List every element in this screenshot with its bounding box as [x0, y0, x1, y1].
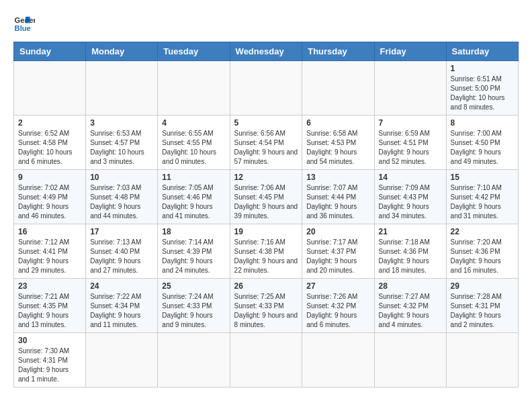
calendar-cell: 12Sunrise: 7:06 AM Sunset: 4:45 PM Dayli…: [230, 170, 302, 224]
weekday-header-wednesday: Wednesday: [230, 42, 302, 61]
calendar-week-4: 16Sunrise: 7:12 AM Sunset: 4:41 PM Dayli…: [14, 224, 519, 279]
day-number: 16: [18, 227, 81, 236]
calendar-cell: 3Sunrise: 6:53 AM Sunset: 4:57 PM Daylig…: [86, 116, 158, 170]
calendar-header: SundayMondayTuesdayWednesdayThursdayFrid…: [14, 42, 519, 61]
calendar-cell: [302, 61, 374, 116]
weekday-header-monday: Monday: [86, 42, 158, 61]
day-number: 10: [90, 173, 153, 182]
calendar-cell: [374, 61, 446, 116]
day-info: Sunrise: 6:58 AM Sunset: 4:53 PM Dayligh…: [306, 129, 369, 167]
day-number: 9: [18, 173, 81, 182]
calendar-cell: [158, 333, 230, 387]
svg-text:General: General: [15, 16, 35, 24]
calendar-cell: [230, 61, 302, 116]
calendar-cell: [302, 333, 374, 387]
calendar-cell: 24Sunrise: 7:22 AM Sunset: 4:34 PM Dayli…: [86, 279, 158, 333]
calendar-cell: 6Sunrise: 6:58 AM Sunset: 4:53 PM Daylig…: [302, 116, 374, 170]
calendar-cell: 13Sunrise: 7:07 AM Sunset: 4:44 PM Dayli…: [302, 170, 374, 224]
svg-text:Blue: Blue: [15, 24, 31, 32]
weekday-header-sunday: Sunday: [14, 42, 86, 61]
day-info: Sunrise: 6:53 AM Sunset: 4:57 PM Dayligh…: [90, 129, 153, 167]
day-number: 24: [90, 281, 153, 291]
calendar-cell: 18Sunrise: 7:14 AM Sunset: 4:39 PM Dayli…: [158, 224, 230, 279]
day-info: Sunrise: 7:05 AM Sunset: 4:46 PM Dayligh…: [162, 183, 225, 221]
day-info: Sunrise: 7:26 AM Sunset: 4:32 PM Dayligh…: [306, 292, 369, 330]
weekday-header-thursday: Thursday: [302, 42, 374, 61]
calendar-cell: 17Sunrise: 7:13 AM Sunset: 4:40 PM Dayli…: [86, 224, 158, 279]
day-info: Sunrise: 6:59 AM Sunset: 4:51 PM Dayligh…: [379, 129, 442, 167]
calendar-cell: 14Sunrise: 7:09 AM Sunset: 4:43 PM Dayli…: [374, 170, 446, 224]
day-info: Sunrise: 6:51 AM Sunset: 5:00 PM Dayligh…: [451, 75, 514, 112]
day-info: Sunrise: 7:13 AM Sunset: 4:40 PM Dayligh…: [90, 238, 153, 275]
day-info: Sunrise: 7:18 AM Sunset: 4:36 PM Dayligh…: [379, 238, 442, 275]
logo-icon: General Blue: [13, 13, 35, 35]
calendar-cell: 23Sunrise: 7:21 AM Sunset: 4:35 PM Dayli…: [14, 279, 86, 333]
day-info: Sunrise: 7:21 AM Sunset: 4:35 PM Dayligh…: [18, 292, 81, 330]
day-info: Sunrise: 7:17 AM Sunset: 4:37 PM Dayligh…: [306, 238, 369, 275]
calendar-cell: 16Sunrise: 7:12 AM Sunset: 4:41 PM Dayli…: [14, 224, 86, 279]
day-number: 18: [162, 227, 225, 236]
day-number: 29: [451, 281, 514, 291]
calendar-cell: 9Sunrise: 7:02 AM Sunset: 4:49 PM Daylig…: [14, 170, 86, 224]
calendar-cell: 11Sunrise: 7:05 AM Sunset: 4:46 PM Dayli…: [158, 170, 230, 224]
calendar-week-5: 23Sunrise: 7:21 AM Sunset: 4:35 PM Dayli…: [14, 279, 519, 333]
logo: General Blue: [13, 13, 38, 35]
calendar-cell: 15Sunrise: 7:10 AM Sunset: 4:42 PM Dayli…: [446, 170, 518, 224]
day-info: Sunrise: 6:56 AM Sunset: 4:54 PM Dayligh…: [234, 129, 298, 167]
day-number: 17: [90, 227, 153, 236]
day-number: 15: [451, 173, 514, 182]
calendar-cell: [158, 61, 230, 116]
day-number: 22: [451, 227, 514, 236]
day-number: 23: [18, 281, 81, 291]
calendar: SundayMondayTuesdayWednesdayThursdayFrid…: [13, 42, 519, 387]
calendar-cell: 1Sunrise: 6:51 AM Sunset: 5:00 PM Daylig…: [446, 61, 518, 116]
header: General Blue: [13, 13, 519, 35]
calendar-cell: [86, 333, 158, 387]
day-number: 11: [162, 173, 225, 182]
day-info: Sunrise: 7:28 AM Sunset: 4:31 PM Dayligh…: [451, 292, 514, 330]
day-number: 4: [162, 118, 225, 128]
day-number: 3: [90, 118, 153, 128]
day-number: 12: [234, 173, 298, 182]
calendar-body: 1Sunrise: 6:51 AM Sunset: 5:00 PM Daylig…: [14, 61, 519, 387]
day-number: 13: [306, 173, 369, 182]
day-info: Sunrise: 7:12 AM Sunset: 4:41 PM Dayligh…: [18, 238, 81, 275]
weekday-header-saturday: Saturday: [446, 42, 518, 61]
day-info: Sunrise: 7:02 AM Sunset: 4:49 PM Dayligh…: [18, 183, 81, 221]
day-info: Sunrise: 7:00 AM Sunset: 4:50 PM Dayligh…: [451, 129, 514, 167]
day-number: 25: [162, 281, 225, 291]
day-info: Sunrise: 7:16 AM Sunset: 4:38 PM Dayligh…: [234, 238, 298, 275]
day-info: Sunrise: 7:14 AM Sunset: 4:39 PM Dayligh…: [162, 238, 225, 275]
calendar-cell: 10Sunrise: 7:03 AM Sunset: 4:48 PM Dayli…: [86, 170, 158, 224]
calendar-cell: 20Sunrise: 7:17 AM Sunset: 4:37 PM Dayli…: [302, 224, 374, 279]
day-number: 26: [234, 281, 298, 291]
day-info: Sunrise: 6:52 AM Sunset: 4:58 PM Dayligh…: [18, 129, 81, 167]
day-number: 2: [18, 118, 81, 128]
calendar-cell: 26Sunrise: 7:25 AM Sunset: 4:33 PM Dayli…: [230, 279, 302, 333]
day-number: 30: [18, 336, 81, 345]
calendar-cell: 2Sunrise: 6:52 AM Sunset: 4:58 PM Daylig…: [14, 116, 86, 170]
calendar-cell: 8Sunrise: 7:00 AM Sunset: 4:50 PM Daylig…: [446, 116, 518, 170]
day-info: Sunrise: 7:07 AM Sunset: 4:44 PM Dayligh…: [306, 183, 369, 221]
day-number: 21: [379, 227, 442, 236]
calendar-week-3: 9Sunrise: 7:02 AM Sunset: 4:49 PM Daylig…: [14, 170, 519, 224]
calendar-cell: [374, 333, 446, 387]
weekday-row: SundayMondayTuesdayWednesdayThursdayFrid…: [14, 42, 519, 61]
day-info: Sunrise: 7:25 AM Sunset: 4:33 PM Dayligh…: [234, 292, 298, 330]
day-number: 1: [451, 64, 514, 73]
day-number: 14: [379, 173, 442, 182]
calendar-cell: 22Sunrise: 7:20 AM Sunset: 4:36 PM Dayli…: [446, 224, 518, 279]
day-info: Sunrise: 7:06 AM Sunset: 4:45 PM Dayligh…: [234, 183, 298, 221]
day-number: 7: [379, 118, 442, 128]
day-info: Sunrise: 7:03 AM Sunset: 4:48 PM Dayligh…: [90, 183, 153, 221]
calendar-cell: 30Sunrise: 7:30 AM Sunset: 4:31 PM Dayli…: [14, 333, 86, 387]
day-number: 6: [306, 118, 369, 128]
calendar-cell: 29Sunrise: 7:28 AM Sunset: 4:31 PM Dayli…: [446, 279, 518, 333]
calendar-cell: 27Sunrise: 7:26 AM Sunset: 4:32 PM Dayli…: [302, 279, 374, 333]
day-info: Sunrise: 7:10 AM Sunset: 4:42 PM Dayligh…: [451, 183, 514, 221]
calendar-cell: 5Sunrise: 6:56 AM Sunset: 4:54 PM Daylig…: [230, 116, 302, 170]
calendar-cell: [86, 61, 158, 116]
calendar-cell: 19Sunrise: 7:16 AM Sunset: 4:38 PM Dayli…: [230, 224, 302, 279]
day-info: Sunrise: 6:55 AM Sunset: 4:55 PM Dayligh…: [162, 129, 225, 167]
calendar-cell: 21Sunrise: 7:18 AM Sunset: 4:36 PM Dayli…: [374, 224, 446, 279]
